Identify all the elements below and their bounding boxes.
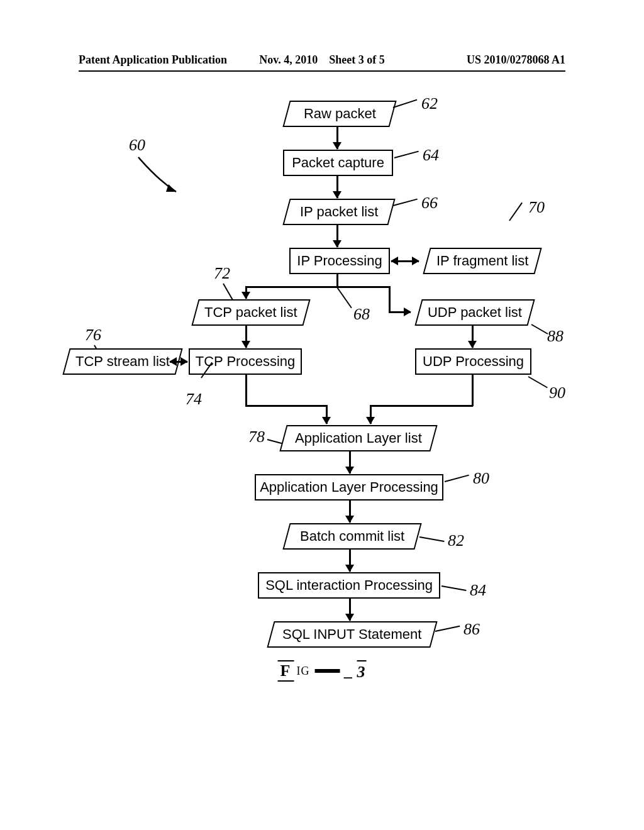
node-sql-interaction-label: SQL interaction Processing xyxy=(265,578,433,593)
ref-90: 90 xyxy=(549,384,565,402)
node-raw-packet: Raw packet xyxy=(282,101,396,127)
node-tcp-packet-list-label: TCP packet list xyxy=(204,305,297,320)
lead-64 xyxy=(394,151,419,158)
node-ip-processing-label: IP Processing xyxy=(297,253,382,268)
seg-to-udplist-v xyxy=(389,286,391,311)
node-tcp-stream-list-label: TCP stream list xyxy=(75,354,170,369)
header-mid: Nov. 4, 2010 Sheet 3 of 5 xyxy=(241,53,403,67)
fig-bar xyxy=(314,669,340,673)
arrow-to-udplist xyxy=(389,311,411,313)
node-udp-packet-list-label: UDP packet list xyxy=(428,305,522,320)
node-tcp-processing-label: TCP Processing xyxy=(196,354,296,369)
arrow-udplist-to-udpproc xyxy=(472,326,474,348)
ref-82: 82 xyxy=(448,531,464,550)
seg-tcpproc-right xyxy=(245,405,327,407)
node-app-layer-proc-label: Application Layer Processing xyxy=(260,480,438,495)
header-date: Nov. 4, 2010 xyxy=(259,53,318,66)
header-sheet: Sheet 3 of 5 xyxy=(329,53,385,66)
ref-62: 62 xyxy=(421,94,438,113)
lead-90 xyxy=(528,376,548,388)
lead-84 xyxy=(441,585,467,591)
fig-suffix: 3 xyxy=(357,660,366,682)
arrow-capture-to-iplist xyxy=(336,176,338,198)
arrow-ipproc-ipfrag xyxy=(391,260,419,262)
fig-prefix: F xyxy=(278,660,294,682)
ref-74: 74 xyxy=(186,390,202,409)
node-batch-commit: Batch commit list xyxy=(282,523,421,550)
node-tcp-stream-list: TCP stream list xyxy=(62,348,182,375)
header-pubno: US 2010/0278068 A1 xyxy=(403,53,565,67)
seg-tcpproc-down xyxy=(245,375,247,406)
node-ip-packet-list: IP packet list xyxy=(282,199,395,225)
arrow-applist-to-appproc xyxy=(349,451,351,473)
arrow-tcpstream-tcpproc xyxy=(170,361,187,363)
arrow-iplist-to-ipproc xyxy=(336,225,338,247)
node-udp-processing: UDP Processing xyxy=(415,348,531,375)
arrow-appproc-to-batch xyxy=(349,501,351,523)
diagram: 60 Raw packet 62 Packet capture 64 IP pa… xyxy=(0,94,644,773)
node-packet-capture-label: Packet capture xyxy=(292,155,384,170)
figure-caption: F IG _ 3 xyxy=(278,660,367,682)
arrow-sql-to-input xyxy=(349,599,351,621)
node-udp-packet-list: UDP packet list xyxy=(414,299,535,326)
seg-udpproc-left xyxy=(370,405,473,407)
lead-68 xyxy=(336,287,352,308)
node-raw-packet-label: Raw packet xyxy=(304,106,376,121)
node-app-layer-list: Application Layer list xyxy=(279,425,437,451)
node-ip-fragment-list: IP fragment list xyxy=(423,248,541,274)
node-batch-commit-label: Batch commit list xyxy=(300,529,404,544)
seg-udpproc-down xyxy=(472,375,474,406)
node-app-layer-proc: Application Layer Processing xyxy=(255,474,443,501)
ref-66: 66 xyxy=(421,194,438,213)
arrow-raw-to-capture xyxy=(336,127,338,149)
lead-82 xyxy=(419,536,445,542)
ref-88: 88 xyxy=(547,327,564,346)
ref-78: 78 xyxy=(248,428,265,446)
lead-80 xyxy=(445,475,469,482)
node-udp-processing-label: UDP Processing xyxy=(423,354,524,369)
node-sql-interaction: SQL interaction Processing xyxy=(258,572,440,599)
ref-76: 76 xyxy=(85,326,101,345)
node-sql-input: SQL INPUT Statement xyxy=(267,621,437,648)
arrow-tcplist-to-tcpproc xyxy=(245,326,247,348)
ref-70: 70 xyxy=(528,198,545,217)
ref-64: 64 xyxy=(423,146,439,165)
node-ip-packet-list-label: IP packet list xyxy=(300,204,378,219)
node-packet-capture: Packet capture xyxy=(283,150,393,176)
lead-88 xyxy=(531,324,548,335)
ref-84: 84 xyxy=(470,581,486,600)
arrow-to-tcplist xyxy=(245,286,247,299)
lead-70 xyxy=(509,202,523,221)
lead-86 xyxy=(435,626,460,632)
lead-72 xyxy=(223,284,234,302)
node-app-layer-list-label: Application Layer list xyxy=(295,431,422,446)
pointer-arrow-60 xyxy=(132,154,195,204)
ref-60: 60 xyxy=(129,136,145,155)
ref-86: 86 xyxy=(464,620,480,639)
fig-mid: IG xyxy=(296,665,309,678)
seg-ipproc-stub xyxy=(336,274,338,287)
header-left: Patent Application Publication xyxy=(79,53,241,67)
arrow-batch-to-sql xyxy=(349,550,351,572)
arrow-tcpproc-to-app xyxy=(326,405,328,424)
ref-68: 68 xyxy=(353,305,370,324)
arrow-udpproc-to-app xyxy=(370,405,372,424)
ref-80: 80 xyxy=(473,469,489,488)
ref-72: 72 xyxy=(214,264,230,283)
page-header: Patent Application Publication Nov. 4, 2… xyxy=(0,53,644,67)
node-sql-input-label: SQL INPUT Statement xyxy=(282,627,421,642)
node-ip-fragment-list-label: IP fragment list xyxy=(436,253,528,268)
seg-to-tcplist-h xyxy=(245,286,338,288)
lead-66 xyxy=(393,199,418,206)
node-tcp-packet-list: TCP packet list xyxy=(191,299,310,326)
header-rule xyxy=(79,70,565,72)
seg-to-udplist-h1 xyxy=(338,286,390,288)
node-ip-processing: IP Processing xyxy=(289,248,390,274)
